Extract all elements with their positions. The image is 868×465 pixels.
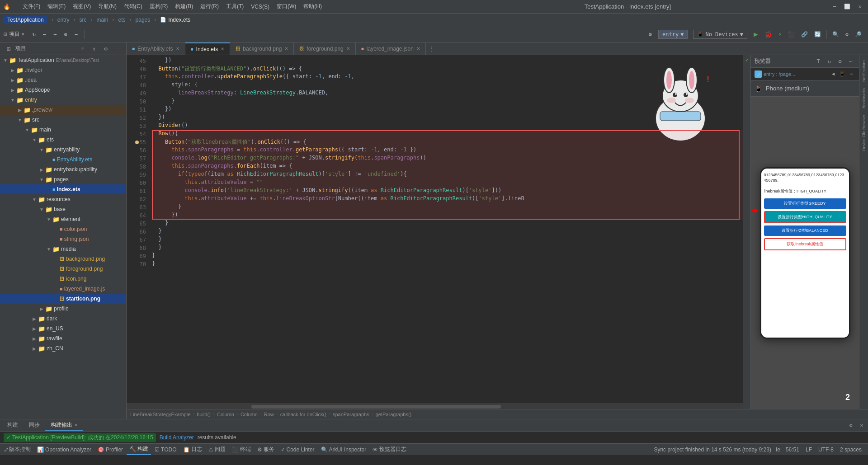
build-output-close[interactable]: ✕ <box>74 423 78 427</box>
status-line-col[interactable]: 56:51 <box>783 446 802 453</box>
menu-edit[interactable]: 编辑(E) <box>44 2 69 11</box>
settings2-button[interactable]: ⚙ <box>843 30 851 39</box>
build-analyzer-link[interactable]: Build Analyzer <box>160 434 194 441</box>
tree-item-media[interactable]: ▼ 📁 media <box>0 244 126 254</box>
tree-item-hvilgor[interactable]: ▶ 📁 .hvilgor <box>0 65 126 75</box>
tree-item-index-ets[interactable]: ▶ ■ Index.ets <box>0 184 126 194</box>
breadcrumb-src[interactable]: src <box>79 17 86 23</box>
tree-item-en-us[interactable]: ▶ 📁 en_US <box>0 324 126 333</box>
tab-build[interactable]: 构建 <box>2 420 24 431</box>
phone-btn-get-linebreak[interactable]: 获取linebreak属性值 <box>764 238 846 250</box>
hot-reload-button[interactable]: ⚡ <box>776 30 784 39</box>
tree-item-foreground-png[interactable]: ▶ 🖼 foreground.png <box>0 264 126 274</box>
tab-close-icon[interactable]: ✕ <box>416 46 420 51</box>
preview-phone-btn[interactable]: 📱 <box>838 70 846 78</box>
phone-btn-greedy[interactable]: 设置折行类型GREEDY <box>764 198 846 209</box>
status-arkui-inspector[interactable]: 🔍 ArkUI Inspector <box>318 444 369 455</box>
status-ie[interactable]: Ie <box>774 446 782 453</box>
tree-item-background-png[interactable]: ▶ 🖼 background.png <box>0 254 126 264</box>
tree-item-profile[interactable]: ▶ 📁 profile <box>0 304 126 314</box>
status-preview-log[interactable]: 👁 预览器日志 <box>370 444 409 455</box>
breadcrumb-entry[interactable]: entry <box>57 17 70 23</box>
status-version-control[interactable]: ⑇ 版本控制 <box>2 444 33 455</box>
status-lf[interactable]: LF <box>803 446 815 453</box>
breadcrumb-pages[interactable]: pages <box>136 17 151 23</box>
menu-window[interactable]: 窗口(W) <box>273 2 300 11</box>
breadcrumb-ets[interactable]: ets <box>118 17 126 23</box>
tree-item-entrybackupability[interactable]: ▶ 📁 entrybackupability <box>0 164 126 174</box>
tree-item-icon-png[interactable]: ▶ 🖼 icon.png <box>0 274 126 284</box>
tab-close-icon[interactable]: ✕ <box>176 46 179 51</box>
debug-button[interactable]: 🐞 <box>762 29 775 39</box>
devices-selector[interactable]: 📱 No Devices ▼ <box>693 30 747 39</box>
menu-view[interactable]: 视图(V) <box>69 2 94 11</box>
attach-button[interactable]: 🔗 <box>798 30 811 39</box>
tree-item-starticon-png[interactable]: ▶ 🖼 startIcon.png <box>0 294 126 304</box>
menu-navigate[interactable]: 导航(N) <box>94 2 120 11</box>
status-terminal[interactable]: ⬛ 终端 <box>229 444 254 455</box>
horizontal-scrollbar[interactable] <box>127 404 750 409</box>
menu-file[interactable]: 文件(F) <box>19 2 44 11</box>
status-encoding[interactable]: UTF-8 <box>816 446 836 453</box>
tab-layered[interactable]: ■ layered_image.json ✕ <box>356 42 426 55</box>
tree-item-src[interactable]: ▼ 📁 src <box>0 115 126 125</box>
status-log[interactable]: 📋 日志 <box>180 444 205 455</box>
menu-tools[interactable]: 工具(T) <box>222 2 247 11</box>
search-icon-btn[interactable]: 🔍 <box>830 30 842 39</box>
tree-item-rawfile[interactable]: ▶ 📁 rawfile <box>0 333 126 343</box>
tabs-more-btn[interactable]: ⋮ <box>426 42 437 55</box>
code-content[interactable]: ! }) Button("设置折行类型BALANCED").onClick(()… <box>148 55 750 404</box>
tab-background[interactable]: 🖼 background.png ✕ <box>230 42 294 55</box>
tree-item-ets[interactable]: ▼ 📁 ets <box>0 135 126 145</box>
tree-item-pages[interactable]: ▼ 📁 pages <box>0 174 126 184</box>
stop-button[interactable]: ⬛ <box>785 30 797 39</box>
tab-entryability[interactable]: ■ EntryAbility.ets ✕ <box>127 42 185 55</box>
status-build[interactable]: 🔨 构建 <box>127 444 151 455</box>
tree-item-appscope[interactable]: ▶ 📁 AppScope <box>0 85 126 95</box>
breadcrumb-project[interactable]: TestApplication <box>4 16 47 24</box>
tree-item-main[interactable]: ▼ 📁 main <box>0 125 126 135</box>
notifications-item[interactable]: Notifications <box>861 57 867 85</box>
sidebar-btn-1[interactable]: ≡ <box>77 44 87 54</box>
status-sync-text[interactable]: Sync project finished in 14 s 526 ms (to… <box>652 446 773 453</box>
sidebar-collapse-icon[interactable]: ⊞ <box>4 44 14 54</box>
tree-item-color-json[interactable]: ▶ ■ color.json <box>0 224 126 234</box>
tree-item-resources[interactable]: ▼ 📁 resources <box>0 194 126 204</box>
bottom-close-btn[interactable]: ✕ <box>857 421 866 430</box>
menu-run[interactable]: 运行(R) <box>197 2 222 11</box>
tree-item-testapp[interactable]: ▼ 📁 TestApplication E:\nana\Desktop\Test <box>0 55 126 65</box>
status-todo[interactable]: ☑ TODO <box>152 444 179 455</box>
bottom-settings-btn[interactable]: ⚙ <box>846 421 855 430</box>
scrollbar-thumb[interactable] <box>251 405 501 409</box>
tree-item-entry[interactable]: ▼ 📁 entry <box>0 95 126 105</box>
preview-more2-btn[interactable]: ⋯ <box>847 70 855 78</box>
menu-code[interactable]: 代码(C) <box>120 2 146 11</box>
tab-sync[interactable]: 同步 <box>24 420 45 431</box>
minus-button[interactable]: − <box>72 30 80 39</box>
tab-index[interactable]: ■ Index.ets ✕ <box>185 42 231 55</box>
tree-item-preview[interactable]: ▶ 📁 .preview <box>0 105 126 115</box>
sync-button[interactable]: ↻ <box>30 30 38 39</box>
tab-close-icon[interactable]: ✕ <box>346 46 350 51</box>
prev-button[interactable]: ← <box>40 30 49 39</box>
phone-btn-balanced[interactable]: 设置折行类型BALANCED <box>764 225 846 236</box>
tab-close-icon[interactable]: ✕ <box>221 47 224 52</box>
sidebar-btn-4[interactable]: − <box>113 44 123 54</box>
tree-item-zh-cn[interactable]: ▶ 📁 zh_CN <box>0 343 126 353</box>
tab-close-icon[interactable]: ✕ <box>284 46 288 51</box>
reload-button[interactable]: 🔄 <box>811 30 824 39</box>
preview-font-btn[interactable]: T <box>814 57 823 66</box>
menu-refactor[interactable]: 重构(R) <box>146 2 172 11</box>
preview-settings-btn[interactable]: ⚙ <box>835 57 844 66</box>
phone-btn-high-quality[interactable]: 设置折行类型HIGH_QUALITY <box>764 211 846 223</box>
menu-help[interactable]: 帮助(H) <box>300 2 326 11</box>
status-op-analyzer[interactable]: 📊 Operation Analyzer <box>34 444 94 455</box>
tree-item-entryability[interactable]: ▼ 📁 entryability <box>0 145 126 155</box>
menu-vcs[interactable]: VCS(S) <box>247 3 273 11</box>
close-button[interactable]: ✕ <box>855 2 864 11</box>
preview-more-btn[interactable]: ⋯ <box>846 57 855 66</box>
tab-foreground[interactable]: 🖼 foreground.png ✕ <box>294 42 355 55</box>
settings-button[interactable]: ⚙ <box>61 30 70 39</box>
status-services[interactable]: ⚙ 服务 <box>255 444 277 455</box>
status-spaces[interactable]: 2 spaces <box>837 446 864 453</box>
